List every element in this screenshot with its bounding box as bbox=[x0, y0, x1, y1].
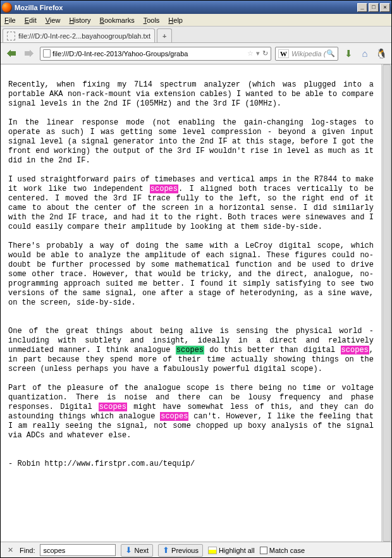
para-5b: do this better than digital bbox=[204, 346, 341, 355]
search-go-icon[interactable]: 🔍 bbox=[326, 49, 335, 58]
checkbox-icon bbox=[260, 547, 267, 554]
content-area: Recently, when fixing my 7L14 spectrum a… bbox=[1, 64, 391, 542]
highlight-scopes-3: scopes bbox=[341, 346, 369, 355]
highlight-scopes-4: scopes bbox=[99, 403, 127, 411]
forward-button[interactable]: 🡆 bbox=[22, 47, 36, 61]
highlight-scopes-5: scopes bbox=[160, 412, 188, 421]
menu-help[interactable]: Help bbox=[168, 16, 183, 24]
minimize-button[interactable]: _ bbox=[357, 3, 367, 12]
find-close-button[interactable]: ✕ bbox=[6, 546, 15, 555]
menu-history[interactable]: History bbox=[69, 16, 90, 24]
find-label: Find: bbox=[20, 547, 35, 554]
menu-edit[interactable]: Edit bbox=[25, 16, 37, 24]
para-4: There's probably a way of doing the same… bbox=[8, 241, 378, 307]
addon-button[interactable]: 🐧 bbox=[375, 47, 388, 60]
menu-bookmarks[interactable]: Bookmarks bbox=[100, 16, 135, 24]
highlight-scopes-current: scopes bbox=[176, 346, 204, 355]
search-engine-icon[interactable]: W bbox=[278, 49, 289, 58]
find-bar: ✕ Find: ⬇Next ⬆Previous Highlight all Ma… bbox=[1, 542, 391, 558]
navigation-toolbar: 🡄 🡆 file:///D:/0-Int-rec-2013/Yahoo-Grou… bbox=[1, 43, 391, 64]
close-button[interactable]: ✕ bbox=[380, 3, 390, 12]
new-tab-button[interactable]: + bbox=[157, 28, 172, 42]
document-icon bbox=[7, 32, 15, 40]
tab-label: file:///D:/0-Int-rec-2...bayahoogroup/bl… bbox=[18, 32, 150, 40]
home-button[interactable]: ⌂ bbox=[358, 47, 371, 60]
bookmark-star-icon[interactable]: ☆ bbox=[247, 49, 254, 58]
menu-view[interactable]: View bbox=[46, 16, 61, 24]
maximize-button[interactable]: □ bbox=[369, 3, 379, 12]
find-previous-button[interactable]: ⬆Previous bbox=[158, 544, 203, 557]
vertical-scrollbar[interactable] bbox=[381, 64, 391, 542]
document-body: Recently, when fixing my 7L14 spectrum a… bbox=[1, 64, 383, 540]
menu-bar: File Edit View History Bookmarks Tools H… bbox=[1, 14, 391, 27]
search-box[interactable]: W Wikipedia ( 🔍 bbox=[275, 47, 338, 61]
scrollbar-thumb[interactable] bbox=[383, 64, 391, 542]
find-next-button[interactable]: ⬇Next bbox=[121, 544, 153, 557]
highlight-all-toggle[interactable]: Highlight all bbox=[208, 547, 255, 554]
tab-bar: file:///D:/0-Int-rec-2...bayahoogroup/bl… bbox=[1, 27, 391, 43]
find-input[interactable] bbox=[40, 544, 116, 556]
highlight-icon bbox=[208, 547, 217, 554]
menu-file[interactable]: File bbox=[4, 16, 16, 24]
search-placeholder: Wikipedia ( bbox=[291, 50, 326, 58]
para-2: In the linear response mode (not enablin… bbox=[8, 118, 378, 165]
reload-icon[interactable]: ↻ bbox=[262, 49, 268, 58]
url-dropdown-icon[interactable]: ▾ bbox=[256, 49, 260, 58]
menu-tools[interactable]: Tools bbox=[144, 16, 160, 24]
highlight-scopes-1: scopes bbox=[150, 185, 178, 193]
signature: - Robin http://www.firstpr.com.au/tequip… bbox=[8, 459, 195, 468]
firefox-icon bbox=[2, 3, 12, 13]
match-case-toggle[interactable]: Match case bbox=[260, 547, 305, 554]
browser-tab[interactable]: file:///D:/0-Int-rec-2...bayahoogroup/bl… bbox=[3, 28, 155, 42]
window-title: Mozilla Firefox bbox=[15, 4, 356, 11]
address-bar[interactable]: file:///D:/0-Int-rec-2013/Yahoo-Groups/g… bbox=[40, 47, 271, 61]
downloads-button[interactable]: ⬇ bbox=[342, 47, 355, 60]
para-1: Recently, when fixing my 7L14 spectrum a… bbox=[8, 80, 378, 108]
url-text: file:///D:/0-Int-rec-2013/Yahoo-Groups/g… bbox=[52, 50, 245, 58]
site-identity-icon bbox=[43, 49, 51, 58]
window-titlebar: Mozilla Firefox _ □ ✕ bbox=[1, 1, 391, 14]
back-button[interactable]: 🡄 bbox=[4, 47, 18, 61]
